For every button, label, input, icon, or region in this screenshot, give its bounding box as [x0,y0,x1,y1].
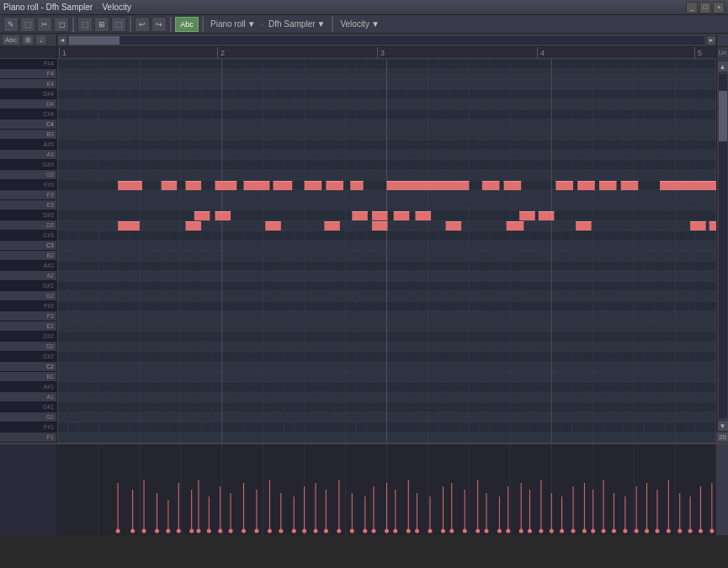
main-area: F#4F4E4D#4D4C#4C4B3A#3A3G#3G3F#3F3E3D#3D… [0,47,728,443]
key-As2[interactable]: A#2 [0,261,56,271]
velocity-keys-area [0,444,57,535]
sampler-dropdown[interactable]: Dfh Sampler ▼ [265,19,328,29]
select-tool-button[interactable]: ⬚ [20,17,35,32]
zoom-button[interactable]: ⬚ [111,17,126,32]
piano-roll-label: Piano roll [210,19,246,29]
title-bar: Piano roll - Dfh Sampler - Velocity _ □ … [0,0,728,15]
key-F2[interactable]: F2 [0,311,56,321]
velocity-label: Velocity [340,19,369,29]
hscroll-thumb[interactable] [69,36,120,45]
vscroll-thumb[interactable] [719,91,727,141]
key-C2[interactable]: C2 [0,362,56,372]
key-G1[interactable]: G1 [0,412,56,422]
hscroll-track[interactable] [69,36,704,45]
key-F3[interactable]: F3 [0,190,56,200]
key-Fs3[interactable]: F#3 [0,180,56,190]
piano-keys: F#4F4E4D#4D4C#4C4B3A#3A3G#3G3F#3F3E3D#3D… [0,47,57,443]
toolbar-sep4 [202,17,204,32]
key-C3[interactable]: C3 [0,241,56,251]
vscroll-up-arrow[interactable]: ▲ [717,61,729,72]
view-label: Velocity [103,3,131,12]
key-Fs1[interactable]: F#1 [0,422,56,433]
key-Gs1[interactable]: G#1 [0,402,56,412]
key-Ds3[interactable]: D#3 [0,210,56,220]
grid-button[interactable]: ⊞ [22,35,34,45]
velocity-canvas[interactable] [57,444,716,535]
key-Ds2[interactable]: D#2 [0,332,56,342]
key-E2[interactable]: E2 [0,321,56,332]
beat-1: 1 [59,47,66,58]
key-E3[interactable]: E3 [0,200,56,210]
velocity-vscroll [716,444,728,535]
vscroll-track[interactable] [719,74,727,418]
key-A1[interactable]: A1 [0,392,56,402]
beat-ruler: 1 2 3 4 5 [57,47,716,59]
key-A3[interactable]: A3 [0,150,56,160]
toolbar: ✎ ⬚ ✂ ◻ ⬚ ⊞ ⬚ ↩ ↪ Abc Piano roll ▼ - Dfh… [0,15,728,34]
toolbar-dash: - [261,19,263,29]
key-As3[interactable]: A#3 [0,140,56,150]
toolbar-sep3 [170,17,172,32]
snap-button[interactable]: ⊞ [94,17,109,32]
key-D3[interactable]: D3 [0,220,56,231]
undo-button[interactable]: ↩ [135,17,150,32]
record-button[interactable]: Abc [175,17,199,32]
key-D4[interactable]: D4 [0,99,56,109]
key-G2[interactable]: G2 [0,291,56,301]
side-scroll-area [716,34,728,46]
notes-button[interactable]: ♩ [35,35,47,45]
key-F4[interactable]: F4 [0,69,56,79]
hscroll-right-arrow[interactable]: ► [706,35,716,45]
key-B1[interactable]: B1 [0,372,56,382]
title-text: Piano roll - Dfh Sampler [3,3,93,12]
key-F1[interactable]: F1 [0,433,56,443]
velocity-canvas-container[interactable] [57,444,716,535]
keys-list: F#4F4E4D#4D4C#4C4B3A#3A3G#3G3F#3F3E3D#3D… [0,59,56,443]
sampler-label: Dfh Sampler [268,19,316,29]
vscroll-down-arrow[interactable]: ▼ [717,420,729,432]
beat-2: 2 [217,47,225,58]
vscroll: Lin ▲ ▼ 20 [716,47,728,443]
key-Fs4[interactable]: F#4 [0,59,56,69]
velocity-panel [0,443,728,535]
velocity-dropdown[interactable]: Velocity ▼ [337,19,382,29]
beat-3: 3 [377,47,385,58]
close-button[interactable]: × [713,2,725,13]
key-Gs2[interactable]: G#2 [0,281,56,291]
beat-5: 5 [694,47,702,58]
hscroll-left-arrow[interactable]: ◄ [57,35,67,45]
side-label-header: Lin [719,47,726,59]
grid-canvas[interactable] [57,59,716,443]
key-Cs4[interactable]: C#4 [0,109,56,119]
key-Cs3[interactable]: C#3 [0,231,56,241]
erase-tool-button[interactable]: ◻ [54,17,69,32]
key-E4[interactable]: E4 [0,79,56,89]
draw-tool-button[interactable]: ✎ [3,17,19,32]
side-label-text: Lin [719,50,726,56]
key-G3[interactable]: G3 [0,170,56,180]
key-B3[interactable]: B3 [0,130,56,140]
piano-roll-dropdown[interactable]: Piano roll ▼ [207,19,259,29]
redo-button[interactable]: ↪ [151,17,167,32]
title-separator: - [93,3,102,12]
key-Fs2[interactable]: F#2 [0,301,56,311]
key-C4[interactable]: C4 [0,119,56,130]
key-Gs3[interactable]: G#3 [0,160,56,170]
toolbar-sep5 [332,17,333,32]
toolbar-sep2 [130,17,131,32]
roll-container[interactable]: 1 2 3 4 5 [57,47,716,443]
beat-4: 4 [537,47,545,58]
key-Cs2[interactable]: C#2 [0,352,56,362]
key-A2[interactable]: A2 [0,271,56,281]
key-B2[interactable]: B2 [0,251,56,261]
abc-button[interactable]: Abc [2,35,20,45]
toolbar-sep1 [72,17,74,32]
key-D2[interactable]: D2 [0,342,56,352]
maximize-button[interactable]: □ [699,2,711,13]
magnet-button[interactable]: ⬚ [77,17,93,32]
minimize-button[interactable]: _ [686,2,698,13]
key-As1[interactable]: A#1 [0,382,56,392]
key-Ds4[interactable]: D#4 [0,89,56,99]
number-badge: 20 [716,432,728,443]
cut-tool-button[interactable]: ✂ [37,17,52,32]
